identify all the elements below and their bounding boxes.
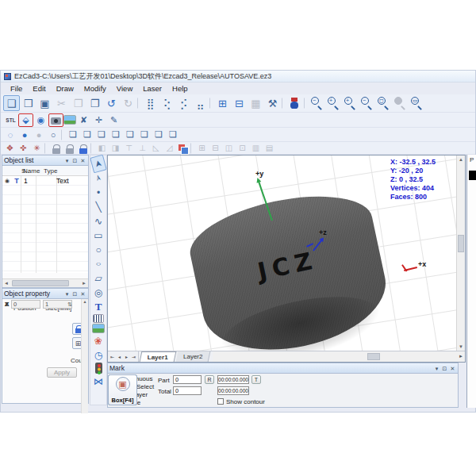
polygon-tool[interactable]: ▱ bbox=[90, 271, 106, 285]
menu-item[interactable]: Help bbox=[167, 83, 193, 94]
panel-close-icon[interactable]: ✕ bbox=[79, 290, 86, 298]
object-list-hscrollbar[interactable]: ◄ ► bbox=[2, 278, 88, 287]
scroll-thumb[interactable] bbox=[12, 280, 69, 286]
device-icon[interactable] bbox=[286, 95, 303, 111]
bitmap-tool[interactable] bbox=[92, 324, 105, 333]
cube-view-iso-icon[interactable]: ❏ bbox=[152, 129, 166, 140]
zoom-out-icon[interactable]: − bbox=[309, 95, 325, 111]
lock-all-icon[interactable] bbox=[76, 143, 90, 154]
image-icon[interactable] bbox=[63, 115, 76, 125]
circle-tool[interactable]: ○ bbox=[90, 243, 106, 256]
cube-view-persp-icon[interactable]: ❏ bbox=[166, 129, 180, 140]
last-tab-icon[interactable]: ⇥ bbox=[130, 354, 137, 359]
cube-view-back-icon[interactable]: ❏ bbox=[80, 129, 94, 140]
solid-sphere-icon[interactable]: ● bbox=[17, 129, 32, 140]
hatch-pattern-icon[interactable]: ⢕ bbox=[159, 95, 175, 111]
delay-tool[interactable]: ◷ bbox=[90, 348, 106, 362]
scroll-left-icon[interactable]: ◄ bbox=[2, 281, 10, 286]
object-row[interactable]: ◉ T 1 Text bbox=[2, 176, 88, 186]
add-page-icon[interactable]: ⊞ bbox=[214, 95, 231, 111]
ellipse-tool[interactable]: ○ bbox=[90, 259, 106, 267]
viewport-vscrollbar[interactable]: ▲ ▼ bbox=[456, 155, 465, 351]
zoom-select-icon[interactable]: · bbox=[392, 95, 409, 111]
dot-matrix-icon[interactable]: ⡪ bbox=[175, 95, 192, 111]
remove-page-icon[interactable]: ⊟ bbox=[231, 95, 248, 111]
pen-color-swatch[interactable] bbox=[469, 171, 476, 180]
node-edit-icon[interactable]: ✥ bbox=[3, 143, 17, 154]
unlock-icon[interactable] bbox=[63, 143, 76, 154]
node-delete-icon[interactable]: ✳ bbox=[30, 143, 44, 154]
rectangle-tool[interactable]: ▭ bbox=[90, 228, 106, 242]
panel-menu-icon[interactable]: ▾ bbox=[433, 365, 440, 372]
reset-part-button[interactable]: R bbox=[205, 375, 214, 384]
sphere-view-icon[interactable]: ◉ bbox=[33, 113, 48, 127]
same-width-icon[interactable]: ◫ bbox=[222, 143, 236, 154]
layers-cascade-icon[interactable] bbox=[176, 143, 190, 154]
paste-icon[interactable]: ❐ bbox=[86, 95, 103, 111]
line-tool[interactable]: ╲ bbox=[90, 200, 106, 213]
stl-icon[interactable]: STL bbox=[3, 113, 18, 127]
panel-pin-icon[interactable]: ⊡ bbox=[441, 365, 448, 372]
delete-tool-icon[interactable]: ✘ bbox=[76, 113, 91, 127]
tools-icon[interactable]: ⚒ bbox=[264, 95, 281, 111]
open-icon[interactable]: ❒ bbox=[20, 95, 36, 111]
node-add-icon[interactable]: ✜ bbox=[17, 143, 30, 154]
first-tab-icon[interactable]: ⇤ bbox=[109, 354, 116, 359]
spiral-tool[interactable]: ◎ bbox=[90, 286, 106, 299]
point-tool[interactable]: • bbox=[90, 186, 106, 199]
menu-item[interactable]: Modify bbox=[79, 83, 111, 94]
align-left-icon[interactable]: ◧ bbox=[95, 143, 109, 154]
position-field[interactable]: 0 bbox=[11, 300, 40, 309]
panel-pin-icon[interactable]: ⊡ bbox=[71, 290, 79, 298]
column-header[interactable]: Type bbox=[44, 167, 67, 175]
group-icon[interactable]: ⊞ bbox=[195, 143, 209, 154]
import-3d-model-icon[interactable]: ⬙ bbox=[18, 113, 33, 127]
scroll-thumb[interactable] bbox=[367, 353, 380, 360]
panel-menu-icon[interactable]: ▾ bbox=[63, 157, 71, 164]
scroll-up-icon[interactable]: ▲ bbox=[457, 155, 465, 164]
reset-time-button[interactable]: T bbox=[251, 375, 261, 384]
zoom-in-icon[interactable]: + bbox=[325, 95, 342, 111]
show-contour-row[interactable]: Show contour bbox=[217, 397, 265, 405]
wireframe-sphere-icon[interactable]: ◌ bbox=[3, 129, 17, 140]
size-field[interactable]: 1 bbox=[43, 300, 72, 309]
menu-item[interactable]: View bbox=[112, 83, 137, 94]
scroll-track[interactable] bbox=[10, 279, 80, 287]
viewport-canvas[interactable]: JCZ +y +x +z X: -32.5 , 32.5Y: -20 , 20Z… bbox=[108, 155, 457, 351]
layer-tab[interactable]: Layer1 bbox=[140, 351, 177, 362]
menu-item[interactable]: Draw bbox=[52, 83, 79, 94]
apply-button[interactable]: Apply bbox=[47, 367, 77, 378]
node-select-tool[interactable]: ➢ bbox=[90, 169, 107, 188]
copy-icon[interactable]: ❐ bbox=[70, 95, 86, 111]
save-as-icon[interactable]: ▣ bbox=[36, 95, 53, 111]
cut-icon[interactable]: ✂ bbox=[53, 95, 70, 111]
cube-view-bottom-icon[interactable]: ❏ bbox=[137, 129, 152, 140]
space-h-icon[interactable]: ▥ bbox=[249, 143, 263, 154]
layer-tab[interactable]: Layer2 bbox=[175, 351, 210, 362]
zoom-extent-icon[interactable]: ▭ bbox=[409, 95, 425, 111]
lock-icon[interactable] bbox=[49, 143, 63, 154]
panel-close-icon[interactable]: ✕ bbox=[449, 365, 456, 372]
hatch-tool[interactable]: ⋈ bbox=[90, 374, 106, 388]
align-right-icon[interactable]: ◨ bbox=[109, 143, 122, 154]
zoom-window-icon[interactable]: + bbox=[342, 95, 359, 111]
prev-tab-icon[interactable]: ◂ bbox=[116, 354, 123, 359]
light-sphere-icon[interactable]: ○ bbox=[46, 129, 60, 140]
scroll-right-icon[interactable]: ► bbox=[80, 281, 88, 286]
ungroup-icon[interactable]: ⊟ bbox=[209, 143, 222, 154]
save-icon[interactable]: ▦ bbox=[248, 95, 264, 111]
panel-close-icon[interactable]: ✕ bbox=[79, 157, 86, 164]
zoom-all-icon[interactable]: ◻ bbox=[375, 95, 392, 111]
scroll-thumb[interactable] bbox=[458, 235, 464, 252]
io-signal-tool[interactable] bbox=[95, 363, 102, 374]
menu-item[interactable]: File bbox=[6, 83, 27, 94]
cube-view-top-icon[interactable]: ❏ bbox=[123, 129, 137, 140]
barcode-tool[interactable] bbox=[93, 314, 104, 323]
align-top-icon[interactable]: ⊤ bbox=[122, 143, 136, 154]
space-v-icon[interactable]: ▤ bbox=[263, 143, 276, 154]
part-input[interactable]: 0 bbox=[173, 375, 202, 384]
draw-pen-icon[interactable]: ✎ bbox=[106, 113, 121, 127]
mirror-h-icon[interactable]: ◺ bbox=[149, 143, 163, 154]
new-icon[interactable]: ❑ bbox=[3, 95, 20, 111]
show-contour-checkbox[interactable] bbox=[217, 398, 224, 405]
